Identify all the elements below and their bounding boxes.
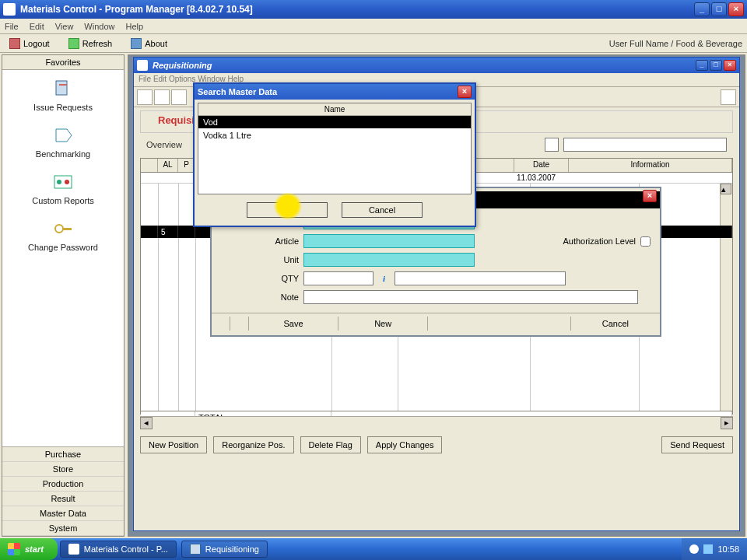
- info-icon[interactable]: i: [383, 274, 385, 283]
- child-minimize[interactable]: _: [696, 60, 708, 71]
- list-item[interactable]: Vodka 1 Ltre: [198, 128, 471, 142]
- tray-clock: 10:58: [717, 544, 739, 554]
- editor-buttons: Save New Cancel: [212, 313, 660, 331]
- overview-label: Overview: [146, 140, 190, 149]
- search-result-list[interactable]: Name Vod Vodka 1 Ltre: [198, 103, 472, 194]
- nav-categories: Purchase Store Production Result Master …: [2, 446, 124, 536]
- navigator: Favorites Issue Requests Benchmarking: [2, 54, 124, 537]
- qty-input[interactable]: [303, 271, 374, 285]
- article-input[interactable]: [303, 234, 475, 248]
- report-icon: [51, 173, 75, 191]
- child-close[interactable]: ×: [724, 60, 736, 71]
- editor-cancel-button[interactable]: Cancel: [571, 317, 660, 331]
- svg-rect-7: [62, 228, 72, 230]
- list-header: Name: [198, 103, 471, 116]
- apply-changes-button[interactable]: Apply Changes: [367, 436, 443, 453]
- svg-point-4: [57, 180, 61, 184]
- start-button[interactable]: start: [0, 538, 58, 560]
- menubar: File Edit View Window Help: [0, 19, 747, 34]
- svg-point-6: [55, 225, 63, 233]
- dialog-close-button[interactable]: ×: [458, 86, 472, 98]
- main-titlebar: Materials Control - Program Manager [8.4…: [0, 0, 747, 19]
- nav-change-password[interactable]: Change Password: [4, 215, 122, 261]
- open-icon[interactable]: [154, 89, 170, 105]
- taskbar-item[interactable]: Requisitioning: [181, 541, 268, 558]
- reorganize-button[interactable]: Reorganize Pos.: [213, 436, 293, 453]
- qty-info-input[interactable]: [395, 271, 566, 285]
- nav-header: Favorites: [2, 55, 124, 70]
- minimize-button[interactable]: _: [694, 2, 710, 16]
- child-maximize[interactable]: □: [710, 60, 722, 71]
- app-toolbar: Logout Refresh About User Full Name / Fo…: [0, 34, 747, 53]
- document-icon: [51, 79, 75, 98]
- dialog-ok-button[interactable]: OK: [247, 202, 328, 218]
- nav-benchmarking[interactable]: Benchmarking: [4, 121, 122, 168]
- note-label: Note: [221, 292, 299, 302]
- user-info: User Full Name / Food & Beverage: [609, 39, 742, 48]
- unit-input[interactable]: [303, 253, 475, 267]
- desc-input[interactable]: [563, 138, 727, 152]
- menu-item[interactable]: View: [55, 22, 74, 31]
- grid-hscroll[interactable]: ◂ ▸: [140, 416, 733, 429]
- editor-save-button[interactable]: Save: [249, 317, 338, 331]
- search-master-dialog: Search Master Data × Name Vod Vodka 1 Lt…: [193, 82, 476, 227]
- tray-icon[interactable]: [703, 544, 713, 554]
- about-button[interactable]: About: [126, 37, 172, 51]
- menu-item[interactable]: File: [5, 22, 19, 31]
- qty-label: QTY: [221, 274, 299, 283]
- auth-level-label: Authorization Level: [563, 236, 636, 246]
- nav-cat-purchase[interactable]: Purchase: [2, 447, 124, 462]
- child-icon: [137, 60, 148, 71]
- svg-rect-0: [56, 81, 67, 95]
- menu-item[interactable]: Window: [84, 22, 114, 31]
- menu-item[interactable]: Help: [125, 22, 143, 31]
- dialog-cancel-button[interactable]: Cancel: [342, 202, 423, 218]
- scroll-right-icon[interactable]: ▸: [721, 417, 733, 429]
- taskbar-item[interactable]: Materials Control - P...: [60, 541, 177, 558]
- app-icon: [68, 544, 79, 555]
- menu-item[interactable]: Edit: [30, 22, 44, 31]
- app-title: Materials Control - Program Manager [8.4…: [20, 4, 694, 15]
- key-icon: [51, 219, 75, 238]
- maximize-button[interactable]: □: [711, 2, 727, 16]
- article-label: Article: [221, 236, 299, 246]
- new-icon[interactable]: [137, 89, 153, 105]
- editor-prev-button[interactable]: [212, 317, 230, 331]
- child-titlebar: Requisitioning _ □ ×: [134, 58, 739, 73]
- dialog-titlebar: Search Master Data ×: [195, 84, 475, 100]
- svg-rect-1: [59, 84, 67, 86]
- nav-cat-production[interactable]: Production: [2, 477, 124, 492]
- send-request-button[interactable]: Send Request: [661, 436, 733, 453]
- unit-label: Unit: [221, 255, 299, 264]
- refresh-button[interactable]: Refresh: [64, 37, 117, 51]
- editor-new-button[interactable]: New: [338, 317, 428, 331]
- scroll-left-icon[interactable]: ◂: [140, 417, 153, 429]
- nav-custom-reports[interactable]: Custom Reports: [4, 168, 122, 215]
- note-input[interactable]: [303, 290, 638, 304]
- close-button[interactable]: ×: [728, 2, 744, 16]
- nav-cat-masterdata[interactable]: Master Data: [2, 506, 124, 521]
- grid-date-cell: 11.03.2007: [514, 173, 569, 182]
- small-input[interactable]: [545, 138, 559, 152]
- nav-cat-system[interactable]: System: [2, 521, 124, 536]
- system-tray[interactable]: 10:58: [682, 538, 747, 560]
- new-position-button[interactable]: New Position: [140, 436, 207, 453]
- tag-icon: [51, 126, 75, 145]
- action-bar: New Position Reorganize Pos. Delete Flag…: [134, 429, 739, 457]
- editor-close-button[interactable]: ×: [643, 190, 657, 202]
- nav-cat-result[interactable]: Result: [2, 492, 124, 506]
- tray-icon[interactable]: [689, 544, 699, 554]
- delete-flag-button[interactable]: Delete Flag: [300, 436, 361, 453]
- list-filter-row[interactable]: Vod: [198, 116, 471, 128]
- svg-marker-2: [56, 129, 72, 142]
- windows-logo-icon: [8, 543, 20, 555]
- taskbar: start Materials Control - P... Requisiti…: [0, 538, 747, 560]
- help-icon[interactable]: [721, 89, 736, 105]
- app-icon: [3, 3, 16, 16]
- nav-issue-requests[interactable]: Issue Requests: [4, 75, 122, 121]
- save-icon[interactable]: [171, 89, 187, 105]
- nav-cat-store[interactable]: Store: [2, 462, 124, 477]
- editor-next-button[interactable]: [230, 317, 249, 331]
- auth-level-checkbox[interactable]: [640, 236, 651, 247]
- logout-button[interactable]: Logout: [5, 37, 54, 51]
